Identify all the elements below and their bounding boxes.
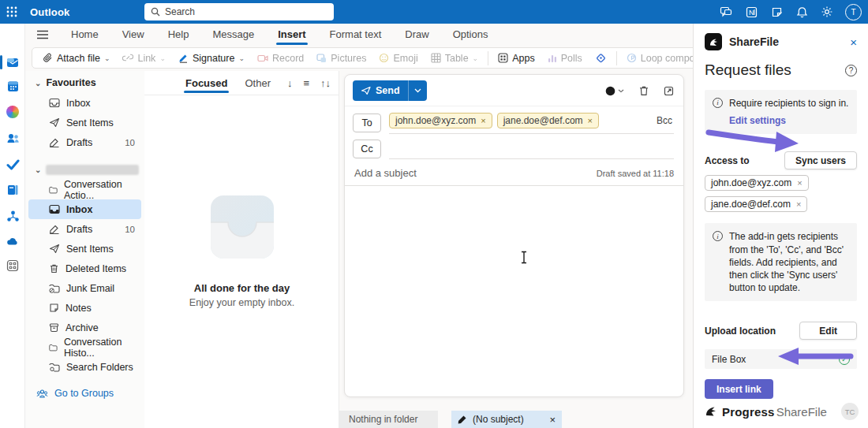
sidebar-item-fav-inbox[interactable]: Inbox (28, 93, 141, 113)
send-icon (49, 244, 60, 254)
groups-icon (36, 389, 48, 399)
cc-button[interactable]: Cc (353, 140, 381, 158)
tab-format-text[interactable]: Format text (328, 25, 383, 43)
tab-view[interactable]: View (121, 25, 146, 43)
tab-home[interactable]: Home (69, 25, 100, 43)
sidebar-item-notes[interactable]: Notes (28, 298, 141, 318)
app-launcher-waffle-icon[interactable] (0, 0, 24, 24)
progress-logo-icon (705, 405, 718, 418)
sidebar-item-conversation-history[interactable]: Conversation Histo... (28, 337, 141, 357)
attach-file-button[interactable]: Attach file⌄ (37, 50, 115, 66)
user-avatar[interactable]: T (845, 4, 862, 20)
sidebar-item-search-folders[interactable]: Search Folders (28, 357, 141, 377)
sidebar-item-fav-sent[interactable]: Sent Items (28, 113, 141, 132)
rail-mail-icon[interactable] (0, 52, 25, 73)
signature-button[interactable]: Signature⌄ (173, 50, 250, 66)
apps-button[interactable]: Apps (492, 50, 541, 66)
recipient-chip[interactable]: jane.doe@def.com × (497, 113, 599, 128)
discard-trash-icon[interactable] (638, 85, 649, 96)
close-draft-tab-icon[interactable]: × (549, 414, 556, 426)
signature-pen-icon (178, 53, 189, 63)
sidebar-item-inbox-selected[interactable]: Inbox (28, 199, 141, 219)
rail-people-icon[interactable] (0, 128, 25, 148)
record-button[interactable]: Record (252, 50, 309, 66)
recipient-chip[interactable]: john.doe@xyz.com × (389, 113, 492, 128)
to-field[interactable]: john.doe@xyz.com × jane.doe@def.com × Bc… (389, 111, 674, 134)
chat-icon[interactable] (719, 5, 733, 19)
sidebar-item-drafts[interactable]: Drafts 10 (28, 219, 141, 239)
insert-link-button[interactable]: Insert link (705, 379, 773, 399)
sharefile-addin-toolbar-icon[interactable] (589, 50, 612, 66)
filter-icon[interactable]: ≡ (303, 77, 309, 89)
sidebar-item-deleted-items[interactable]: Deleted Items (28, 259, 141, 278)
favourites-header[interactable]: ⌄ Favourites (25, 71, 144, 93)
folder-icon (49, 343, 58, 352)
picture-icon (316, 54, 327, 63)
settings-gear-icon[interactable] (820, 5, 834, 19)
panel-recipient-chip[interactable]: jane.doe@def.com × (705, 196, 807, 212)
tab-other[interactable]: Other (243, 73, 272, 93)
tab-insert[interactable]: Insert (276, 25, 307, 43)
edit-settings-link[interactable]: Edit settings (729, 114, 848, 127)
rail-notebook-icon[interactable] (0, 180, 25, 200)
sidebar-item-archive[interactable]: Archive (28, 318, 141, 337)
rail-calendar-icon[interactable] (0, 76, 25, 96)
link-button[interactable]: Link⌄ (117, 50, 170, 66)
rail-onedrive-icon[interactable] (0, 232, 25, 252)
text-cursor (520, 251, 528, 264)
bcc-toggle[interactable]: Bcc (657, 115, 674, 126)
send-button[interactable]: Send (353, 80, 427, 101)
notes-icon[interactable] (769, 5, 784, 19)
chip-remove-icon[interactable]: × (588, 116, 593, 125)
chevron-down-icon: ⌄ (238, 56, 245, 61)
table-button[interactable]: Table⌄ (425, 50, 484, 66)
sidebar-item-junk-email[interactable]: Junk Email (28, 278, 141, 298)
sidebar-item-conversation-action[interactable]: Conversation Actio... (28, 180, 141, 199)
panel-close-icon[interactable]: × (850, 35, 857, 49)
rail-copilot-icon[interactable] (0, 102, 25, 122)
rail-todo-icon[interactable] (0, 154, 25, 174)
sidebar-item-sent-items[interactable]: Sent Items (28, 239, 141, 259)
pencil-icon (458, 415, 467, 424)
edit-upload-location-button[interactable]: Edit (799, 322, 857, 340)
tab-help[interactable]: Help (166, 25, 191, 43)
blue-diamond-icon (595, 52, 607, 64)
sort-icon[interactable]: ↑↓ (320, 77, 331, 89)
tab-message[interactable]: Message (211, 25, 256, 43)
popout-icon[interactable] (664, 86, 674, 96)
rail-more-apps-icon[interactable] (0, 255, 25, 276)
tab-draw[interactable]: Draw (403, 25, 430, 43)
onenote-feed-icon[interactable]: N (744, 5, 758, 19)
subject-input[interactable]: Add a subject (354, 167, 597, 179)
pictures-button[interactable]: Pictures (311, 50, 372, 66)
account-header[interactable]: ⌄ (25, 158, 144, 180)
message-list-pane: Focused Other ↓ ≡ ↑↓ All done for the da… (144, 71, 339, 428)
tab-focused[interactable]: Focused (184, 73, 229, 93)
signin-note: Require recipients to sign in. (729, 98, 848, 109)
panel-recipient-chip[interactable]: john.doe@xyz.com × (705, 175, 809, 191)
message-body[interactable] (345, 186, 683, 391)
rail-org-explorer-icon[interactable] (0, 206, 25, 226)
sensitivity-label-button[interactable] (605, 86, 624, 96)
info-icon: i (713, 231, 723, 241)
chip-remove-icon[interactable]: × (797, 178, 802, 188)
move-down-icon[interactable]: ↓ (287, 77, 293, 89)
tab-options[interactable]: Options (451, 25, 490, 43)
notifications-bell-icon[interactable] (795, 5, 809, 19)
sidebar-item-fav-drafts[interactable]: Drafts 10 (28, 132, 141, 152)
file-box-row[interactable]: File Box ✓ (705, 349, 857, 369)
chip-remove-icon[interactable]: × (796, 199, 801, 209)
to-button[interactable]: To (353, 114, 381, 132)
cc-field[interactable] (389, 139, 674, 159)
open-draft-tab[interactable]: (No subject) × (451, 411, 562, 428)
emoji-button[interactable]: Emoji (373, 50, 423, 66)
search-input[interactable]: Search (144, 3, 334, 20)
sync-users-button[interactable]: Sync users (784, 151, 857, 169)
send-options-chevron[interactable] (409, 88, 427, 93)
polls-button[interactable]: Polls (542, 50, 588, 66)
chip-remove-icon[interactable]: × (481, 116, 485, 125)
hamburger-menu-icon[interactable] (36, 30, 49, 39)
go-to-groups-link[interactable]: Go to Groups (25, 377, 144, 399)
footer-avatar: TC (841, 403, 859, 420)
help-icon[interactable]: ? (845, 65, 857, 76)
